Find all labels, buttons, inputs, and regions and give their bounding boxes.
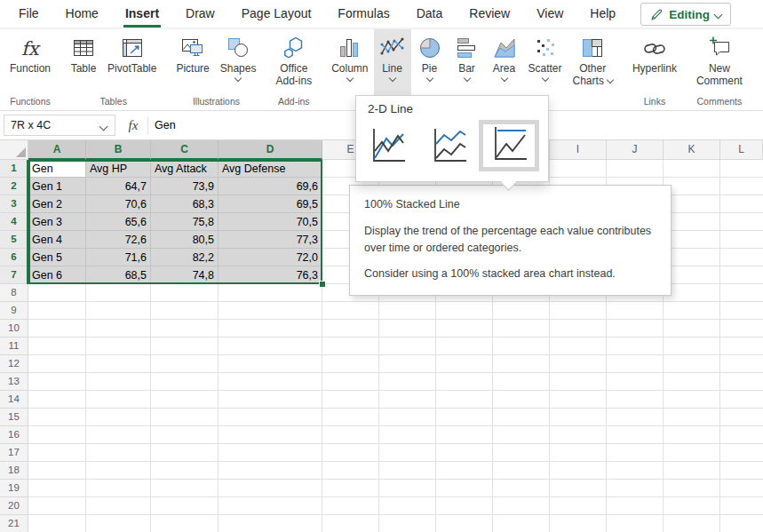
cell-D1[interactable]: Avg Defense <box>219 160 322 178</box>
row-header-18[interactable]: 18 <box>0 462 28 480</box>
column-header-D[interactable]: D <box>219 140 322 160</box>
cell-B2[interactable]: 64,7 <box>86 178 151 195</box>
text-box-button[interactable]: ATextBox <box>757 29 763 95</box>
row-header-5[interactable]: 5 <box>0 231 28 249</box>
row-header-19[interactable]: 19 <box>0 480 28 497</box>
hyperlink-button[interactable]: Hyperlink <box>627 29 682 95</box>
table-button[interactable]: Table <box>65 29 102 95</box>
excel-app: FileHomeInsertDrawPage LayoutFormulasDat… <box>0 0 763 532</box>
row-header-6[interactable]: 6 <box>0 249 28 266</box>
office-add-ins-label: OfficeAdd-ins <box>275 62 312 87</box>
row-header-8[interactable]: 8 <box>0 284 28 302</box>
cell-A2[interactable]: Gen 1 <box>28 178 86 195</box>
menu-tab-formulas[interactable]: Formulas <box>324 0 402 28</box>
row-header-14[interactable]: 14 <box>0 391 28 409</box>
row-header-21[interactable]: 21 <box>0 515 28 532</box>
column-header-I[interactable]: I <box>550 140 607 160</box>
table-label: Table <box>71 62 97 75</box>
row-header-9[interactable]: 9 <box>0 302 28 320</box>
area-icon <box>491 34 518 62</box>
insert-function-button[interactable]: fx <box>123 115 144 136</box>
menu-tab-page-layout[interactable]: Page Layout <box>228 0 325 28</box>
column-header-A[interactable]: A <box>28 140 86 160</box>
ribbon-group-label: Illustrations <box>193 95 240 110</box>
cell-C7[interactable]: 74,8 <box>151 266 219 284</box>
cell-A4[interactable]: Gen 3 <box>28 213 86 231</box>
cell-B5[interactable]: 72,6 <box>86 231 151 249</box>
cell-D7[interactable]: 76,3 <box>219 266 322 284</box>
menu-tab-home[interactable]: Home <box>52 0 112 28</box>
cell-A3[interactable]: Gen 2 <box>28 195 86 213</box>
row-header-4[interactable]: 4 <box>0 213 28 231</box>
cell-C5[interactable]: 80,5 <box>151 231 219 249</box>
select-all-button[interactable] <box>0 140 28 160</box>
cell-D6[interactable]: 72,0 <box>219 249 322 266</box>
menu-tab-draw[interactable]: Draw <box>172 0 228 28</box>
tooltip-body: Display the trend of the percentage each… <box>364 223 656 257</box>
ribbon-group-label: Comments <box>697 95 743 110</box>
cell-C2[interactable]: 73,9 <box>151 178 219 195</box>
row-header-13[interactable]: 13 <box>0 373 28 391</box>
row-header-3[interactable]: 3 <box>0 195 28 213</box>
row-header-12[interactable]: 12 <box>0 355 28 373</box>
other-charts-button[interactable]: OtherCharts <box>568 29 618 106</box>
cell-C4[interactable]: 75,8 <box>151 213 219 231</box>
cell-C6[interactable]: 82,2 <box>151 249 219 266</box>
cell-D5[interactable]: 77,3 <box>219 231 322 249</box>
column-header-C[interactable]: C <box>151 140 219 160</box>
menu-tab-view[interactable]: View <box>523 0 576 28</box>
othercharts-icon <box>579 34 606 62</box>
function-button[interactable]: fxFunction <box>4 29 56 95</box>
column-header-L[interactable]: L <box>720 140 763 160</box>
row-header-1[interactable]: 1 <box>0 160 28 178</box>
row-header-17[interactable]: 17 <box>0 444 28 462</box>
cell-B6[interactable]: 71,6 <box>86 249 151 266</box>
editing-mode-button[interactable]: Editing <box>640 3 731 26</box>
fill-handle[interactable] <box>319 281 326 288</box>
row-header-11[interactable]: 11 <box>0 337 28 355</box>
menu-tab-insert[interactable]: Insert <box>112 0 172 28</box>
ribbon-group-comments: NewCommentComments <box>688 29 751 110</box>
row-header-16[interactable]: 16 <box>0 426 28 444</box>
picture-button[interactable]: Picture <box>171 29 214 95</box>
row-header-2[interactable]: 2 <box>0 178 28 195</box>
shapes-button[interactable]: Shapes <box>215 29 262 95</box>
column-header-B[interactable]: B <box>86 140 151 160</box>
svg-text:fx: fx <box>21 38 41 60</box>
pivottable-icon <box>119 34 146 62</box>
cell-D2[interactable]: 69,6 <box>219 178 322 195</box>
menu-tab-file[interactable]: File <box>5 0 52 28</box>
cell-A5[interactable]: Gen 4 <box>28 231 86 249</box>
cell-B7[interactable]: 68,5 <box>86 266 151 284</box>
stacked-line-thumb[interactable] <box>428 125 469 166</box>
chevron-down-icon <box>463 75 470 82</box>
cell-B1[interactable]: Avg HP <box>86 160 151 178</box>
cell-A6[interactable]: Gen 5 <box>28 249 86 266</box>
column-header-K[interactable]: K <box>664 140 720 160</box>
menu-tab-help[interactable]: Help <box>576 0 629 28</box>
cell-A7[interactable]: Gen 6 <box>28 266 86 284</box>
cell-D3[interactable]: 69,5 <box>219 195 322 213</box>
row-header-10[interactable]: 10 <box>0 320 28 337</box>
cell-C1[interactable]: Avg Attack <box>151 160 219 178</box>
line-thumb[interactable] <box>367 125 408 166</box>
formula-input[interactable]: Gen <box>155 115 176 136</box>
menu-tab-data[interactable]: Data <box>403 0 457 28</box>
editing-label: Editing <box>669 8 710 21</box>
name-box[interactable]: 7R x 4C <box>4 115 115 136</box>
hyperlink-icon <box>641 34 668 62</box>
cell-C3[interactable]: 68,3 <box>151 195 219 213</box>
new-comment-button[interactable]: NewComment <box>691 29 748 95</box>
cell-D4[interactable]: 70,5 <box>219 213 322 231</box>
row-header-15[interactable]: 15 <box>0 409 28 426</box>
stacked-100-line-thumb-highlighted[interactable] <box>479 120 539 171</box>
row-header-7[interactable]: 7 <box>0 266 28 284</box>
row-header-20[interactable]: 20 <box>0 497 28 515</box>
cell-B4[interactable]: 65,6 <box>86 213 151 231</box>
office-add-ins-button[interactable]: OfficeAdd-ins <box>270 29 317 95</box>
cell-A1[interactable]: Gen <box>28 160 86 178</box>
column-header-J[interactable]: J <box>607 140 664 160</box>
menu-tab-review[interactable]: Review <box>456 0 523 28</box>
pivottable-button[interactable]: PivotTable <box>102 29 162 95</box>
cell-B3[interactable]: 70,6 <box>86 195 151 213</box>
